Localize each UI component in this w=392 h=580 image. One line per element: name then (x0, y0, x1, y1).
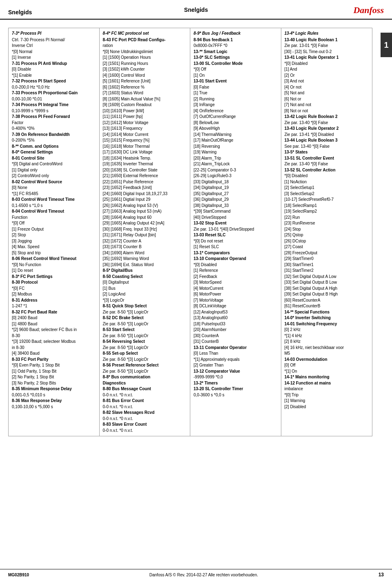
param-line: [33] [1673] Counter B (103, 244, 187, 250)
param-line: [26] [1662] Analog Input 53 (V) (103, 203, 187, 209)
param-line: [22-25] Comparator 0-3 (194, 167, 278, 173)
param-line: [4] 38400 Baud (12, 351, 96, 357)
param-line: Zie par. 8-50 *[3] LogicOr (103, 369, 187, 375)
param-line: *[2] 9600 Baud; selecteer FC Bus in (12, 327, 96, 333)
param-line: [15] [1615] Frequency [%] (103, 138, 187, 144)
param-line: 13-03 Reset SLC (194, 232, 278, 238)
param-line: 0x8000-0x7FFF *0 (194, 43, 278, 49)
param-line: 0-400% *0% (12, 126, 96, 132)
param-line: [1] Bus (103, 286, 187, 292)
param-line: 0,001-0,5 *0,010 s (12, 392, 96, 398)
param-line: [8] BelowlLow (194, 120, 278, 126)
param-line: 13-11 Comparator Operator (194, 345, 278, 351)
param-line: [9] [1609] Custom Readout (103, 102, 187, 108)
column-2: 8-4* FC MC protocol set8-43 FC Port PCD … (100, 28, 191, 436)
param-line: [30] [1668] Freq. Input 33 [Hz] (103, 227, 187, 233)
param-line: [2] [1501] Running Hours (103, 61, 187, 67)
param-line: 13-02 Stop Event (194, 220, 278, 227)
logo-area: Danfoss (353, 5, 384, 16)
param-line: 13-43 Logic Rule Operator 2 (285, 126, 369, 132)
param-line: 8-54 Reversing Select (103, 339, 187, 345)
param-line: Zie par. 13-01 *[40] DriveStopped (194, 227, 278, 233)
param-line: 8-32 FC Port Baud Rate (12, 309, 96, 316)
param-line: [6] Not or (285, 96, 369, 102)
param-line: [3] No Parity, 2 Stop Bits (12, 380, 96, 387)
param-line: [31] StartTimer2 (285, 268, 369, 274)
param-line: 8-80 Bus Message Count (103, 386, 187, 392)
param-line: -9999-9999 *0,0 (194, 374, 278, 380)
param-line: 8-30 Protocol (12, 280, 96, 286)
param-line: [16] [1618] Motor Thermal (103, 144, 187, 150)
param-line: [7] Not and not (285, 102, 369, 108)
param-line: [2] Modbus (12, 291, 96, 298)
param-line: [25] [1661] Digtial Input 29 (103, 197, 187, 203)
param-line: [17] MainOutOfRange (194, 138, 278, 144)
param-line: 8-43 FC Port PCD Read Configu- (103, 37, 187, 43)
param-line: 8-55 Set-up Select (103, 351, 187, 357)
param-line: [1] And (285, 67, 369, 73)
footer-copyright: Danfoss A/S © Rev. 2014-02-27 Alle recht… (149, 573, 258, 577)
param-line: [28] [1664] Analog Input 60 (103, 215, 187, 221)
param-line: *[0] Trip (285, 392, 369, 398)
param-line: imbalance (285, 386, 369, 392)
param-line: 0-0 n.v.t. *0 n.v.t. (103, 428, 187, 434)
param-line: [33] Set Digital Output B Low (285, 280, 369, 286)
column-1: 7-3* Process PICtrl. 7-30 Process PI Nor… (9, 28, 100, 436)
param-line: [0] Off (285, 362, 369, 369)
param-line: [31] [1671] Relay Output [bin] (103, 232, 187, 238)
param-line: Zie par. 8-50 *[3] LogicOr (103, 309, 187, 316)
param-line: [36] DigitalInput_29 (194, 197, 278, 203)
param-line: [1] NoAction (285, 179, 369, 185)
param-line: *[0] Disabled (285, 61, 369, 67)
param-line: 0,10-9999 s *9999 s (12, 108, 96, 114)
param-line: [26-29] LogicRule0-3 (194, 173, 278, 179)
param-line: 8-51 Quick Stop Select (103, 303, 187, 309)
param-line: [2] Stop (12, 232, 96, 238)
param-line: [34] [1690] Alarm Word (103, 250, 187, 256)
param-line: 7-34 Process PI Integral Time (12, 102, 96, 108)
param-line: [29] [1665] Analog Output 42 [mA] (103, 220, 187, 227)
param-line: 13-51 SL Controller Event (285, 156, 369, 162)
param-line: [7] OutOfCurrentRange (194, 114, 278, 120)
param-line: [2] Disabled (285, 404, 369, 410)
param-line: 14-0* Inverter Switching (285, 315, 369, 321)
param-line: 13-40 Logic Rule Boolean 1 (285, 37, 369, 43)
param-line: [4] Max. Speed (12, 244, 96, 250)
param-line: [3] Jogging (12, 238, 96, 244)
danfoss-logo: Danfoss (353, 5, 384, 16)
param-line: 0-200% *5% (12, 138, 96, 144)
param-line: [11] [1611] Power [hp] (103, 114, 187, 120)
param-line: [36] [1694] Ext. Status Word (103, 262, 187, 268)
param-line: 8-35 Minimum Response Delay (12, 386, 96, 392)
param-line: 13-0* SLC Settings (194, 55, 278, 61)
param-line: [28] FreezeOutput (285, 250, 369, 256)
param-line: 14-12 Function at mains (285, 380, 369, 387)
param-line: 0,0-3600 s *0,0 s (194, 392, 278, 398)
param-line: [13] AnalogInput60 (194, 315, 278, 321)
param-line: [2] Feedback (194, 274, 278, 280)
param-line: Zie par. 13-40 *[0] False (285, 161, 369, 167)
param-line: [24] [1660] Digital Input 18,19,27,33 (103, 191, 187, 197)
param-line: 8-36 Max Response Delay (12, 398, 96, 404)
param-line: *[39] StartCommand (194, 209, 278, 215)
param-line: [8] DCLinkVoltage (194, 303, 278, 309)
param-line: [20] AlarmNumber (194, 327, 278, 333)
section-title: 7-3* Process PI (12, 31, 96, 37)
param-line: 14-01 Switching Frequency (285, 321, 369, 327)
param-line: [38] DigitalInput_33 (194, 203, 278, 209)
param-line: 13-44 Logic Rule Boolean 3 (285, 138, 369, 144)
param-line: 8-02 Control Word Source (12, 179, 96, 185)
param-line: *[0] Disabled (285, 173, 369, 179)
param-line: 13-41 Logic Rule Operator 1 (285, 55, 369, 61)
param-line: [1] Freeze Output (12, 227, 96, 233)
param-line: [30] StartTimer1 (285, 262, 369, 268)
param-line: 13-42 Logic Rule Boolean 2 (285, 114, 369, 120)
param-line: [12] AnalogInput53 (194, 309, 278, 316)
param-line: [33] DigitalInput_18 (194, 179, 278, 185)
param-line: [1] Inverse (12, 55, 96, 61)
column-4: 13-4* Logic Rules13-40 Logic Rule Boolea… (281, 28, 372, 436)
param-line: 8-50 Coasting Select (103, 274, 187, 280)
param-line: [0] Less Than (194, 351, 278, 357)
param-line: 8-** Comm. and Options (12, 144, 96, 150)
param-line: 8-30 (12, 333, 96, 339)
